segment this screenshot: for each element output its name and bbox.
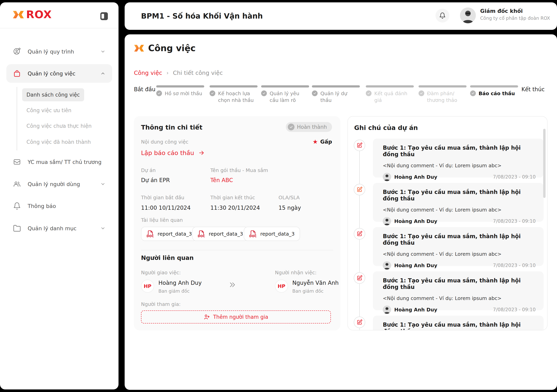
step-bar xyxy=(210,85,258,88)
stepper-start-label: Bắt đầu xyxy=(134,86,156,93)
note-author: Hoàng Anh Duy xyxy=(394,307,437,313)
document-chip[interactable]: DOC report_data_3 xyxy=(244,227,300,241)
user-avatar[interactable] xyxy=(460,8,476,23)
step-bar xyxy=(156,85,204,88)
sidebar-subitem-cong-viec-uu-tien[interactable]: Công việc ưu tiên xyxy=(22,104,76,117)
check-circle-icon xyxy=(288,124,295,130)
assigner-name: Hoàng Anh Duy xyxy=(158,280,202,286)
note-title: Bước 1: Tạo yêu cầu mua sắm, thành lập h… xyxy=(383,145,536,158)
project-label: Dự án xyxy=(141,167,156,173)
note-item: Bước 1: Tạo yêu cầu mua sắm, thành lập h… xyxy=(373,227,544,266)
check-circle-icon xyxy=(418,90,424,96)
check-circle-icon xyxy=(261,90,267,96)
check-circle-icon xyxy=(470,90,476,96)
note-timestamp: 7/08/2023 - 09:10 xyxy=(493,174,536,180)
sidebar-item-quan-ly-nguoi-dung[interactable]: Quản lý người dùng xyxy=(6,175,112,193)
task-link[interactable]: Lập báo cáo thầu xyxy=(141,149,205,156)
sidebar-item-label: Quản lý quy trình xyxy=(28,49,74,55)
avatar: HP xyxy=(275,280,288,293)
people-section-title: Người liên quan xyxy=(141,254,194,261)
assignee-label: Người nhận việc: xyxy=(275,270,317,276)
inbox-tray-icon xyxy=(13,158,21,166)
subitem-label: Danh sách công việc xyxy=(26,92,80,98)
document-chip[interactable]: DOC report_data_3 xyxy=(141,227,197,241)
user-menu[interactable]: Giám đốc khối Công ty cổ phần tập đoàn R… xyxy=(480,8,550,21)
document-chip[interactable]: DOC report_data_3 xyxy=(192,227,248,241)
sidebar-collapse-icon[interactable] xyxy=(100,12,108,20)
note-title: Bước 1: Tạo yêu cầu mua sắm, thành lập h… xyxy=(383,189,536,202)
doc-file-icon: DOC xyxy=(249,230,257,238)
check-circle-icon xyxy=(210,90,215,96)
doc-file-icon: DOC xyxy=(147,230,154,238)
avatar xyxy=(383,261,391,270)
star-icon: ★ xyxy=(312,138,318,145)
user-plus-icon xyxy=(204,314,210,320)
sidebar-subitem-danh-sach-cong-viec[interactable]: Danh sách công việc xyxy=(22,88,84,101)
sidebar-item-quan-ly-danh-muc[interactable]: Quản lý danh mục xyxy=(6,219,112,237)
note-comment: <Nội dung comment - Ví dụ: Lorem ipsum a… xyxy=(383,251,536,257)
notes-card-title: Ghi chú của dự án xyxy=(354,124,418,131)
add-participant-label: Thêm người tham gia xyxy=(213,314,268,320)
add-participant-button[interactable]: Thêm người tham gia xyxy=(141,310,331,324)
sidebar-subitem-cong-viec-chua-thuc-hien[interactable]: Công việc chưa thực hiện xyxy=(22,120,96,132)
step-bar xyxy=(418,85,467,88)
sidebar-item-label: Thông báo xyxy=(28,203,56,209)
subitem-label: Công việc đã hoàn thành xyxy=(26,139,91,145)
project-value: Dự án EPR xyxy=(141,177,170,183)
note-item: Bước 1: Tạo yêu cầu mua sắm, thành lập h… xyxy=(373,139,544,178)
top-header: BPM1 - Số hóa Khối Vận hành Giám đốc khố… xyxy=(125,2,557,30)
status-badge-label: Hoàn thành xyxy=(297,124,327,130)
user-gear-icon xyxy=(13,48,21,56)
sidebar-item-yc-mua-sam[interactable]: YC mua sắm/ TT chủ trương xyxy=(6,153,112,171)
notes-scrollbar[interactable] xyxy=(543,129,546,198)
users-icon xyxy=(13,180,21,188)
note-author: Hoàng Anh Duy xyxy=(394,263,437,268)
check-circle-icon xyxy=(312,90,318,96)
breadcrumb-chevron-icon: › xyxy=(166,70,168,76)
sidebar-subitem-cong-viec-da-hoan-thanh[interactable]: Công việc đã hoàn thành xyxy=(22,135,95,148)
step-label: Quản lý dự thầu xyxy=(320,90,360,104)
avatar: HP xyxy=(141,280,154,293)
arrow-right-icon xyxy=(198,150,205,156)
detail-card: Thông tin chi tiết Hoàn thành Nội dung c… xyxy=(134,116,340,330)
note-timestamp: 7/08/2023 - 09:10 xyxy=(493,307,536,312)
folder-icon xyxy=(13,224,21,232)
note-title: Bước 1: Tạo yêu cầu mua sắm, thành lập h… xyxy=(383,277,536,290)
check-circle-icon xyxy=(156,90,162,96)
sidebar-item-label: Quản lý người dùng xyxy=(28,181,80,187)
sidebar-item-quan-ly-quy-trinh[interactable]: Quản lý quy trình xyxy=(6,42,112,61)
app-title: BPM1 - Số hóa Khối Vận hành xyxy=(141,2,263,30)
sidebar-item-thong-bao[interactable]: Thông báo xyxy=(6,197,112,215)
note-comment: <Nội dung comment - Ví dụ: Lorem ipsum a… xyxy=(383,207,536,213)
package-label: Tên gói thầu - Mua sắm xyxy=(210,167,268,173)
assignee-name: Nguyễn Văn Anh xyxy=(292,280,339,286)
breadcrumb: Công việc › Chi tiết công việc xyxy=(134,70,223,76)
submenu-rail xyxy=(16,87,17,150)
note-item: Bước 1: Tạo yêu cầu mua sắm, thành lập h… xyxy=(373,271,544,310)
rox-x-page-icon xyxy=(134,44,144,53)
note-timestamp: 7/08/2023 - 09:10 xyxy=(493,218,536,224)
notification-bell-button[interactable] xyxy=(435,9,449,23)
end-time-value: 11:30 20/11/2024 xyxy=(210,204,260,211)
chevron-up-icon xyxy=(100,71,106,76)
briefcase-icon xyxy=(13,70,21,77)
notes-card: Ghi chú của dự án Bước 1: Tạo yêu cầu mu… xyxy=(347,116,548,330)
rox-logo: ROX xyxy=(13,8,52,21)
step-bar xyxy=(470,85,518,88)
step-ke-hoach-lua-chon: Kế hoạch lựa chọn nhà thầu xyxy=(210,85,258,104)
chevron-down-icon xyxy=(100,49,106,54)
step-quan-ly-du-thau: Quản lý dự thầu xyxy=(312,85,360,104)
step-bar xyxy=(261,85,309,88)
subitem-label: Công việc ưu tiên xyxy=(26,107,72,113)
package-value-link[interactable]: Tên ABC xyxy=(210,177,233,183)
breadcrumb-cong-viec[interactable]: Công việc xyxy=(134,70,162,76)
sidebar-item-quan-ly-cong-viec[interactable]: Quản lý công việc xyxy=(6,64,112,83)
chevron-down-icon xyxy=(100,181,106,187)
breadcrumb-chi-tiet: Chi tiết công việc xyxy=(173,70,223,76)
step-bao-cao-thau: Báo cáo thầu xyxy=(470,85,518,97)
document-name: report_data_3 xyxy=(209,231,243,237)
note-comment: <Nội dung comment - Ví dụ: Lorem ipsum a… xyxy=(383,295,536,301)
double-chevron-icon xyxy=(228,281,237,289)
edit-square-icon xyxy=(354,184,365,195)
step-bar xyxy=(366,85,414,88)
